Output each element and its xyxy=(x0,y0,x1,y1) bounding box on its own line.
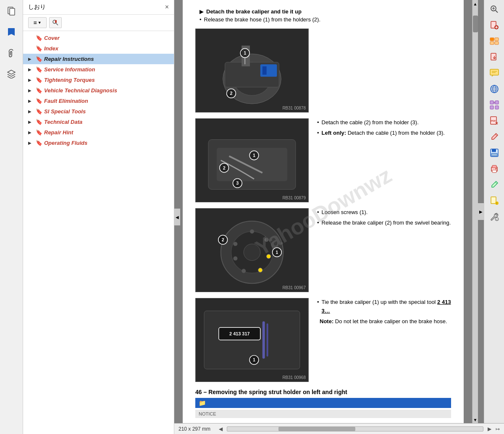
wrench-settings-button[interactable]: + xyxy=(486,209,503,224)
cut-off-label: NOTICE xyxy=(195,410,451,418)
arrow-icon-fault: ▶ xyxy=(28,99,34,103)
sidebar-item-cover[interactable]: 🔖 Cover xyxy=(23,33,174,43)
bullet-note: Note: Do not let the brake caliper on th… xyxy=(317,317,451,326)
grid-view-button[interactable] xyxy=(486,97,503,112)
main-with-scroll: ◀ YahooDownwz ▶ Detach the brake caliper… xyxy=(174,0,504,423)
pdf-export-button[interactable]: PDF xyxy=(486,113,503,128)
add-doc-button[interactable] xyxy=(486,18,503,33)
sidebar-item-operating-fluids[interactable]: ▶ 🔖 Operating Fluids xyxy=(23,138,174,148)
bookmark-icon-si: 🔖 xyxy=(36,108,42,115)
svg-rect-85 xyxy=(491,197,496,204)
zoom-in-button[interactable] xyxy=(486,2,503,17)
search-bookmark-icon xyxy=(52,19,59,26)
save-doc-button[interactable] xyxy=(486,145,503,160)
figure-4-svg: 2 413 317 1 xyxy=(196,298,308,382)
svg-text:2: 2 xyxy=(223,165,226,170)
svg-rect-70 xyxy=(490,106,494,109)
svg-rect-10 xyxy=(262,66,267,75)
nav-label-tightening-torques: Tightening Torques xyxy=(44,77,95,83)
bullet-detach-cable: • Detach the cable (2) from the holder (… xyxy=(317,118,451,127)
left-icon-layers[interactable] xyxy=(5,67,18,81)
bullet-release-hose: • Release the brake hose (1) from the ho… xyxy=(200,16,447,23)
svg-rect-82 xyxy=(492,170,496,173)
figure-4-ref: RB31 00968 xyxy=(282,375,306,380)
bookmark-icon-repair-hint: 🔖 xyxy=(36,129,42,136)
scroll-up-arrow[interactable]: ▲ xyxy=(472,1,478,7)
print-button[interactable] xyxy=(486,161,503,176)
svg-text:1: 1 xyxy=(276,250,278,255)
bookmark-icon-fault: 🔖 xyxy=(36,98,42,104)
bookmark-icon-operating: 🔖 xyxy=(36,140,42,146)
sidebar-item-fault-elimination[interactable]: ▶ 🔖 Fault Elimination xyxy=(23,96,174,106)
vertical-scrollbar[interactable]: ▲ ▼ xyxy=(472,0,478,423)
sidebar-item-tightening-torques[interactable]: ▶ 🔖 Tightening Torques xyxy=(23,75,174,85)
list-view-dropdown[interactable]: ≡ ▼ xyxy=(28,17,47,28)
collapse-left-button[interactable]: ◀ xyxy=(174,209,180,225)
page-size-label: 210 x 297 mm xyxy=(178,426,210,432)
left-icon-pages[interactable] xyxy=(5,4,18,18)
search-bookmark-button[interactable] xyxy=(49,17,62,28)
top-instructions: ▶ Detach the brake caliper and tie it up… xyxy=(195,8,451,29)
sidebar-item-repair-instructions[interactable]: ▶ 🔖 Repair Instructions xyxy=(23,54,174,64)
sidebar-item-si-special-tools[interactable]: ▶ 🔖 SI Special Tools xyxy=(23,106,174,117)
svg-text:1: 1 xyxy=(253,153,255,158)
horizontal-scrollbar[interactable] xyxy=(227,426,483,431)
scroll-down-arrow[interactable]: ▼ xyxy=(472,417,478,423)
doc-yellow-button[interactable]: ! xyxy=(486,193,503,208)
sidebar-header: しおり × xyxy=(23,0,174,15)
edit-pen2-button[interactable] xyxy=(486,177,503,192)
nav-label-cover: Cover xyxy=(44,35,60,41)
exit-icon[interactable]: ↦ xyxy=(496,426,500,432)
sidebar-toolbar: ≡ ▼ xyxy=(23,15,174,31)
edit-pen-button[interactable] xyxy=(486,129,503,144)
sidebar-item-index[interactable]: 🔖 Index xyxy=(23,43,174,54)
left-icon-bookmark[interactable] xyxy=(5,25,18,39)
sidebar: しおり × ≡ ▼ 🔖 Cover 🔖 Index xyxy=(23,0,174,434)
svg-point-28 xyxy=(244,244,260,261)
doc-download-button[interactable] xyxy=(486,50,503,65)
comment-button[interactable] xyxy=(486,65,503,81)
arrow-icon-tightening: ▶ xyxy=(28,78,34,82)
arrow-icon-si: ▶ xyxy=(28,109,34,114)
left-rail xyxy=(0,0,23,434)
nav-label-operating-fluids: Operating Fluids xyxy=(44,140,87,146)
svg-line-49 xyxy=(496,10,498,13)
figure-1-image: 1 2 RB31 00878 xyxy=(195,29,309,112)
sidebar-item-service-information[interactable]: ▶ 🔖 Service Information xyxy=(23,64,174,75)
scroll-left-button[interactable]: ◀ xyxy=(219,426,223,432)
print-icon xyxy=(490,164,499,173)
svg-point-34 xyxy=(233,256,237,261)
comment-icon xyxy=(490,69,499,77)
scroll-thumb[interactable] xyxy=(473,16,478,32)
figure-1-ref: RB31 00878 xyxy=(282,106,306,110)
doc-download-icon xyxy=(490,52,499,62)
figure-3-svg: 2 1 xyxy=(196,209,308,292)
bookmark-icon-cover: 🔖 xyxy=(36,35,42,41)
figure-block-4: 2 413 317 1 RB31 00968 xyxy=(195,298,451,382)
sidebar-item-technical-data[interactable]: ▶ 🔖 Technical Data xyxy=(23,117,174,127)
svg-text:+: + xyxy=(496,218,498,221)
svg-text:2: 2 xyxy=(222,237,224,242)
bullet-loosen-screws: • Loosen screws (1). xyxy=(317,208,451,217)
edit-pen2-icon xyxy=(490,180,499,189)
translate-button[interactable] xyxy=(486,81,503,97)
bookmark-icon-tightening: 🔖 xyxy=(36,77,42,83)
sidebar-item-vehicle-technical[interactable]: ▶ 🔖 Vehicle Technical Diagnosis xyxy=(23,85,174,96)
edit-pen-icon xyxy=(490,133,499,141)
svg-rect-59 xyxy=(495,42,499,44)
figure-block-2: 1 2 3 RB31 00879 xyxy=(195,118,451,202)
svg-point-29 xyxy=(250,230,254,234)
left-icon-paperclip[interactable] xyxy=(5,46,18,60)
translate-icon xyxy=(490,84,499,94)
h-scroll-thumb[interactable] xyxy=(278,427,355,431)
svg-rect-58 xyxy=(490,42,494,44)
collapse-right-button[interactable]: ▶ xyxy=(478,203,484,220)
page-container[interactable]: YahooDownwz ▶ Detach the brake caliper a… xyxy=(174,0,472,423)
sidebar-nav: 🔖 Cover 🔖 Index ▶ 🔖 Repair Instructions … xyxy=(23,31,174,434)
scroll-right-button[interactable]: ▶ xyxy=(488,426,491,432)
layout-button[interactable] xyxy=(486,34,503,49)
sidebar-close-button[interactable]: × xyxy=(165,3,169,11)
sidebar-item-repair-hint[interactable]: ▶ 🔖 Repair Hint xyxy=(23,127,174,138)
svg-text:PDF: PDF xyxy=(491,120,496,122)
svg-rect-68 xyxy=(490,101,494,104)
